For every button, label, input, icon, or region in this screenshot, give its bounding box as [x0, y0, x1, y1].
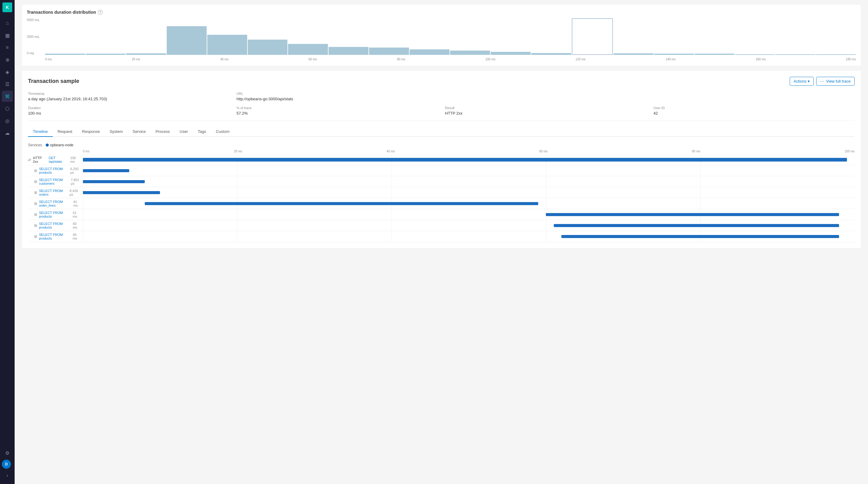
row-info-1: ⊞ SELECT FROM products 6,292 μs [28, 167, 83, 174]
meta-url: URL http://opbeans-go:3000/api/stats [237, 92, 855, 101]
actions-label: Actions [794, 79, 807, 84]
chart-help-icon[interactable]: ? [98, 10, 103, 14]
tab-user[interactable]: User [175, 127, 193, 137]
row-dur-4: 41 ms [73, 200, 81, 207]
row-dur-6: 40 ms [73, 222, 81, 229]
sidebar-item-home[interactable]: ⌂ [2, 18, 13, 29]
meta-user-id: User ID 42 [653, 106, 855, 116]
chart-bar-7[interactable] [329, 47, 369, 55]
tab-custom[interactable]: Custom [211, 127, 235, 137]
chart-title-row: Transactions duration distribution ? [27, 10, 856, 14]
timeline-header: Services opbeans-node [28, 143, 855, 147]
y-label-top: 5000 req. [27, 18, 45, 22]
timeline-row-4[interactable]: ⊞ SELECT FROM order_lines 41 ms [28, 198, 855, 209]
db-icon-5: ⊞ [34, 212, 37, 217]
timeline-row-2[interactable]: ⊞ SELECT FROM customers 7,801 μs [28, 176, 855, 187]
x-label-9: 180 ms [846, 58, 856, 61]
timeline-row-3[interactable]: ⊞ SELECT FROM orders 8,426 μs [28, 187, 855, 198]
ruler-label-2: 40 ms [386, 150, 395, 153]
app-logo[interactable]: K [2, 2, 12, 12]
tab-timeline[interactable]: Timeline [28, 127, 53, 137]
row-info-7: ⊞ SELECT FROM products 40 ms [28, 233, 83, 240]
db-icon-1: ⊞ [34, 169, 37, 173]
transaction-sample-section: Transaction sample Actions ▾ ⋯ View full… [22, 71, 861, 248]
sidebar-item-collapse[interactable]: › [2, 470, 13, 481]
row-query-3: SELECT FROM orders [39, 189, 68, 196]
chart-bar-6[interactable] [288, 44, 328, 55]
chart-bar-3[interactable] [167, 26, 207, 55]
row-info-2: ⊞ SELECT FROM customers 7,801 μs [28, 178, 83, 185]
sidebar-item-settings[interactable]: ⚙ [2, 447, 13, 458]
sidebar-item-dashboard[interactable]: ▦ [2, 30, 13, 41]
sidebar-item-siem[interactable]: ⊕ [2, 54, 13, 65]
chart-bar-13[interactable] [572, 18, 613, 55]
row-query-1: SELECT FROM products [39, 167, 69, 174]
tab-process[interactable]: Process [151, 127, 175, 137]
timeline-row-7[interactable]: ⊞ SELECT FROM products 40 ms [28, 231, 855, 242]
chart-bar-2[interactable] [126, 53, 166, 55]
row-path-0: GET /api/stats [49, 156, 68, 163]
row-bar-7 [561, 235, 839, 238]
tab-request[interactable]: Request [53, 127, 77, 137]
chart-bar-19[interactable] [816, 54, 856, 55]
chart-bar-8[interactable] [369, 48, 409, 55]
tab-response[interactable]: Response [77, 127, 105, 137]
row-query-7: SELECT FROM products [39, 233, 71, 240]
chart-bar-17[interactable] [735, 54, 775, 55]
row-query-2: SELECT FROM customers [39, 178, 69, 185]
sidebar-item-traces[interactable]: ⌘ [2, 91, 13, 102]
row-info-5: ⊞ SELECT FROM products 41 ms [28, 211, 83, 218]
pct-trace-label: % of trace [237, 106, 438, 110]
chart-bar-18[interactable] [775, 54, 815, 55]
chart-bar-11[interactable] [491, 52, 531, 55]
user-avatar[interactable]: D [2, 460, 11, 469]
ruler-label-4: 80 ms [692, 150, 700, 153]
user-id-label: User ID [653, 106, 855, 110]
timeline-container: Services opbeans-node 0 ms20 ms40 ms60 m… [28, 143, 855, 242]
sidebar-item-metrics[interactable]: ◈ [2, 66, 13, 78]
actions-button[interactable]: Actions ▾ [790, 77, 814, 86]
timeline-row-1[interactable]: ⊞ SELECT FROM products 6,292 μs [28, 165, 855, 176]
transaction-actions-row: Actions ▾ ⋯ View full trace [790, 77, 855, 86]
metadata-grid: Timestamp a day ago (January 21st 2019, … [28, 92, 855, 121]
timeline-ruler: 0 ms20 ms40 ms60 ms80 ms100 ms [28, 150, 855, 153]
chart-bar-12[interactable] [531, 53, 571, 55]
x-label-4: 80 ms [397, 58, 405, 61]
row-info-6: ⊞ SELECT FROM products 40 ms [28, 222, 83, 229]
x-label-3: 60 ms [309, 58, 317, 61]
timeline-row-6[interactable]: ⊞ SELECT FROM products 40 ms [28, 220, 855, 231]
actions-chevron-icon: ▾ [808, 79, 810, 84]
db-icon-3: ⊞ [34, 190, 37, 195]
timeline-row-5[interactable]: ⊞ SELECT FROM products 41 ms [28, 209, 855, 220]
timeline-row-0[interactable]: ⇄ HTTP 2xx GET /api/stats 100 ms [28, 154, 855, 165]
result-value: HTTP 2xx [445, 111, 646, 116]
row-query-6: SELECT FROM products [39, 222, 71, 229]
chart-area: 5000 req. 2500 req. 0 req. 0 ms20 ms40 m… [27, 18, 856, 61]
row-bar-area-2 [83, 176, 855, 187]
tab-system[interactable]: System [105, 127, 128, 137]
chart-bars[interactable] [45, 18, 856, 55]
tab-tags[interactable]: Tags [193, 127, 211, 137]
chart-bar-10[interactable] [450, 51, 490, 55]
chart-bar-0[interactable] [45, 54, 85, 55]
sidebar-item-ml[interactable]: ☁ [2, 127, 13, 139]
chart-bar-15[interactable] [654, 54, 694, 55]
sidebar-item-alerts[interactable]: ◎ [2, 115, 13, 126]
chart-bar-14[interactable] [614, 53, 653, 55]
y-label-mid: 2500 req. [27, 35, 45, 38]
chart-bar-4[interactable] [207, 35, 247, 55]
chart-bar-16[interactable] [694, 54, 735, 55]
view-full-trace-button[interactable]: ⋯ View full trace [816, 77, 855, 86]
chart-bar-5[interactable] [248, 40, 288, 55]
url-value: http://opbeans-go:3000/api/stats [237, 97, 855, 101]
timeline-rows: ⇄ HTTP 2xx GET /api/stats 100 ms ⊞ SELEC… [28, 154, 855, 242]
view-trace-icon: ⋯ [820, 79, 824, 84]
chart-bar-1[interactable] [86, 54, 126, 55]
row-bar-area-3 [83, 187, 855, 198]
sidebar-item-uptime[interactable]: ⬡ [2, 103, 13, 114]
sidebar-item-logs[interactable]: ☰ [2, 79, 13, 90]
sidebar-item-apm[interactable]: ≡ [2, 42, 13, 53]
chart-bar-9[interactable] [410, 49, 450, 55]
meta-timestamp: Timestamp a day ago (January 21st 2019, … [28, 92, 229, 101]
tab-service[interactable]: Service [128, 127, 151, 137]
